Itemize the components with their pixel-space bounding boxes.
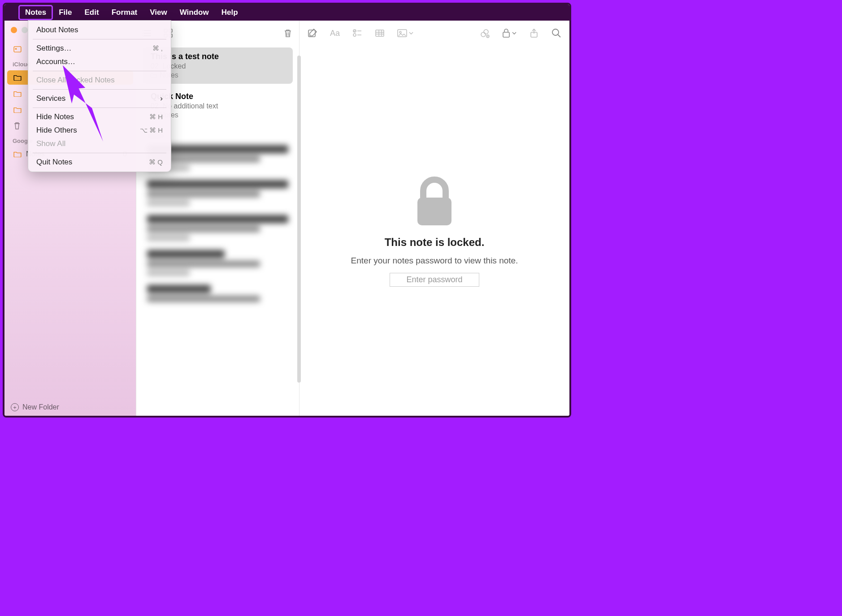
menu-file[interactable]: File [52,5,78,20]
editor-toolbar: Aa [299,21,569,46]
svg-rect-0 [14,47,21,52]
shortcut: ⌘ Q [149,158,163,166]
menu-quit-notes[interactable]: Quit Notes⌘ Q [28,155,171,169]
chevron-right-icon: › [160,94,163,103]
note-content: Aa [299,21,569,416]
folder-icon [13,107,22,113]
menu-format[interactable]: Format [105,5,144,20]
menubar: Notes File Edit Format View Window Help [4,4,569,21]
table-icon[interactable] [375,28,385,38]
menu-show-all: Show All [28,137,171,151]
window-minimize-button[interactable] [22,27,28,33]
checklist-icon[interactable] [352,28,362,38]
menu-settings[interactable]: Settings…⌘ , [28,42,171,55]
scrollbar[interactable] [297,56,301,383]
svg-point-19 [552,29,559,35]
quick-notes-icon [13,46,22,52]
enter-password-button[interactable]: Enter password [390,273,479,287]
menu-notes[interactable]: Notes [19,5,52,20]
trash-icon [13,122,21,130]
menu-about-notes[interactable]: About Notes [28,23,171,37]
folder-icon [13,151,22,157]
blurred-note [136,280,299,309]
shortcut: ⌘ H [149,113,163,121]
menu-services[interactable]: Services› [28,92,171,105]
blurred-note [136,176,299,211]
chevron-down-icon [409,32,413,34]
new-folder-label: New Folder [22,403,59,411]
app-window: iCloud Google Notes 0 + [4,21,569,416]
locked-note-panel: This note is locked. Enter your notes pa… [299,46,569,416]
menu-close-locked: Close All Locked Notes [28,73,171,87]
svg-rect-11 [376,30,384,36]
locked-subtitle: Enter your notes password to view this n… [351,256,518,266]
blurred-note [136,211,299,246]
share-icon[interactable] [529,28,539,38]
lock-large-icon [412,175,457,229]
svg-point-10 [353,34,356,36]
window-close-button[interactable] [11,27,17,33]
menu-accounts[interactable]: Accounts… [28,55,171,69]
menu-hide-notes[interactable]: Hide Notes⌘ H [28,110,171,124]
chevron-down-icon [512,32,516,34]
link-icon[interactable] [480,28,490,38]
menu-help[interactable]: Help [215,5,244,20]
svg-point-14 [481,32,486,37]
search-icon[interactable] [551,28,561,38]
svg-rect-17 [503,32,509,37]
delete-icon[interactable] [283,28,293,38]
blurred-note [136,246,299,280]
folder-icon [13,90,22,97]
menu-hide-others[interactable]: Hide Others⌥ ⌘ H [28,124,171,137]
shortcut: ⌥ ⌘ H [140,126,163,134]
notes-menu-dropdown: About Notes Settings…⌘ , Accounts… Close… [28,20,171,172]
folder-icon [13,74,22,81]
new-note-icon[interactable] [308,28,317,38]
menu-edit[interactable]: Edit [78,5,105,20]
svg-point-15 [484,30,488,34]
svg-rect-20 [417,198,451,225]
locked-title: This note is locked. [385,236,485,249]
plus-icon: + [11,403,19,411]
menu-view[interactable]: View [143,5,173,20]
format-icon[interactable]: Aa [330,29,340,38]
media-icon[interactable] [397,29,413,37]
menu-window[interactable]: Window [174,5,215,20]
lock-icon[interactable] [502,28,516,38]
svg-point-13 [399,31,401,33]
new-folder-button[interactable]: + New Folder [4,399,136,416]
shortcut: ⌘ , [152,44,163,52]
